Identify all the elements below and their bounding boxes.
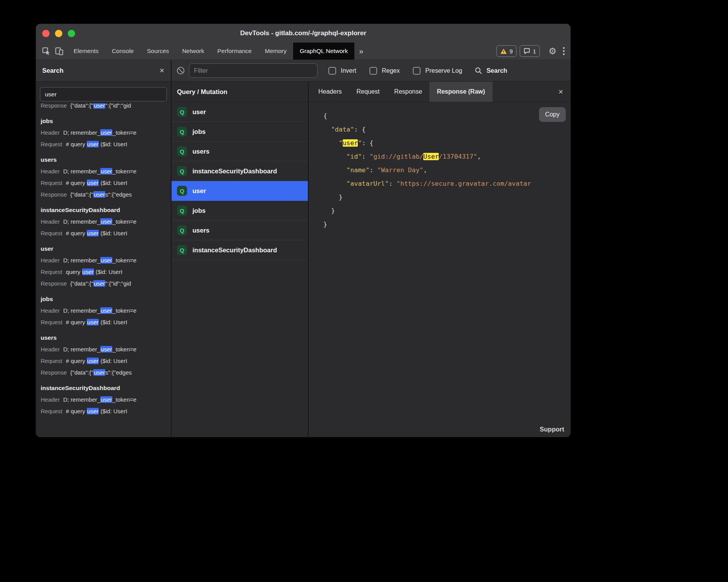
search-result-line[interactable]: Request# query user ($id: UserI <box>36 228 171 239</box>
warning-icon <box>500 48 507 54</box>
query-list-item-user[interactable]: Quser <box>172 102 308 122</box>
search-input[interactable] <box>40 87 167 101</box>
detail-tab-headers[interactable]: Headers <box>311 82 349 102</box>
search-result-line[interactable]: Response{"data":{"users":{"edges <box>36 367 171 378</box>
warnings-badge[interactable]: 9 <box>496 45 517 57</box>
search-result-line[interactable]: HeaderD; remember_user_token=e <box>36 255 171 266</box>
result-group-name[interactable]: instanceSecurityDashboard <box>36 204 171 216</box>
search-result-line[interactable]: HeaderD; remember_user_token=e <box>36 166 171 177</box>
toolbar-checkboxes: InvertRegexPreserve Log <box>328 67 462 75</box>
more-tabs-icon[interactable]: » <box>354 47 368 56</box>
result-text: ($id: UserI <box>99 319 127 325</box>
query-item-label: jobs <box>192 207 206 214</box>
json-line: } <box>323 204 570 217</box>
query-list-item-users[interactable]: Qusers <box>172 221 308 240</box>
result-text: _token=e <box>112 396 136 403</box>
checkbox-preserve-log[interactable]: Preserve Log <box>413 67 462 75</box>
search-result-group: instanceSecurityDashboardHeaderD; rememb… <box>36 382 171 417</box>
query-list-item-jobs[interactable]: Qjobs <box>172 201 308 221</box>
search-result-line[interactable]: HeaderD; remember_user_token=e <box>36 216 171 228</box>
result-group-name[interactable]: user <box>36 243 171 255</box>
search-result-line[interactable]: Request# query user ($id: UserI <box>36 355 171 367</box>
json-token: : { <box>362 139 373 147</box>
query-list-item-jobs[interactable]: Qjobs <box>172 122 308 142</box>
query-list-item-instancesecuritydashboard[interactable]: QinstanceSecurityDashboard <box>172 161 308 181</box>
devtools-tab-network[interactable]: Network <box>175 43 211 60</box>
minimize-window-button[interactable] <box>55 30 62 37</box>
search-result-line[interactable]: Request# query user ($id: UserI <box>36 177 171 189</box>
filter-input[interactable] <box>189 63 318 78</box>
json-token: } <box>339 193 343 201</box>
result-line-label: Header <box>41 129 60 136</box>
kebab-menu-icon[interactable] <box>563 47 565 55</box>
settings-gear-icon[interactable]: ⚙ <box>548 46 556 56</box>
detail-tab-response-raw[interactable]: Response (Raw) <box>429 82 492 102</box>
devtools-tab-elements[interactable]: Elements <box>67 43 105 60</box>
search-result-line[interactable]: Request# query user ($id: UserI <box>36 406 171 417</box>
result-text: # query <box>66 408 87 414</box>
query-list-item-instancesecuritydashboard[interactable]: QinstanceSecurityDashboard <box>172 240 308 260</box>
search-result-line[interactable]: Response{"data":{"users":{"edges <box>36 189 171 200</box>
result-text: ($id: UserI <box>99 230 127 236</box>
devtools-tab-performance[interactable]: Performance <box>211 43 258 60</box>
query-list-item-users[interactable]: Qusers <box>172 142 308 161</box>
devtools-tab-graphql-network[interactable]: GraphQL Network <box>293 43 354 60</box>
close-window-button[interactable] <box>42 30 50 37</box>
checkbox-box-preserve-log[interactable] <box>413 67 421 75</box>
result-group-name[interactable]: jobs <box>36 115 171 127</box>
detail-tab-request[interactable]: Request <box>349 82 387 102</box>
search-result-line[interactable]: Requestquery user ($id: UserI <box>36 266 171 278</box>
json-token: } <box>323 221 327 228</box>
result-text: ($id: UserI <box>99 180 127 186</box>
result-line-label: Response <box>41 280 67 287</box>
close-detail-icon[interactable]: ✕ <box>558 88 563 96</box>
result-group-name[interactable]: users <box>36 332 171 344</box>
query-icon: Q <box>177 186 187 196</box>
json-token: "id" <box>347 153 362 160</box>
search-result-line[interactable]: Response{"data":{"user":{"id":"gid <box>36 278 171 289</box>
checkbox-regex[interactable]: Regex <box>369 67 400 75</box>
clear-icon[interactable] <box>176 66 185 75</box>
devtools-tab-console[interactable]: Console <box>105 43 141 60</box>
copy-button[interactable]: Copy <box>539 107 566 122</box>
search-result-line[interactable]: Request# query user ($id: UserI <box>36 139 171 150</box>
devtools-tab-memory[interactable]: Memory <box>258 43 293 60</box>
support-link[interactable]: Support <box>540 426 564 433</box>
detail-tab-response[interactable]: Response <box>387 82 429 102</box>
search-result-line[interactable]: HeaderD; remember_user_token=e <box>36 394 171 406</box>
devtools-main: Search ✕ Response{"data":{"user":{"id":"… <box>36 60 570 437</box>
json-token: { <box>323 112 327 120</box>
query-icon: Q <box>177 245 187 255</box>
search-result-line[interactable]: Request# query user ($id: UserI <box>36 317 171 328</box>
detail-panel: HeadersRequestResponseResponse (Raw) ✕ C… <box>309 82 570 437</box>
checkbox-box-invert[interactable] <box>328 67 336 75</box>
checkbox-invert[interactable]: Invert <box>328 67 356 75</box>
inspect-element-icon[interactable] <box>41 46 51 56</box>
issues-badge[interactable]: 1 <box>520 45 540 57</box>
query-list-item-user[interactable]: Quser <box>172 181 308 201</box>
checkbox-box-regex[interactable] <box>369 67 377 75</box>
json-line: } <box>323 217 570 231</box>
result-group-name[interactable]: jobs <box>36 293 171 305</box>
query-item-label: instanceSecurityDashboard <box>192 246 277 254</box>
zoom-window-button[interactable] <box>68 30 75 37</box>
toolbar-search[interactable]: Search <box>474 67 507 75</box>
window-titlebar: DevTools - gitlab.com/-/graphql-explorer <box>36 24 570 43</box>
query-item-label: users <box>192 148 209 155</box>
search-result-group: usersHeaderD; remember_user_token=eReque… <box>36 332 171 378</box>
search-match: user <box>82 269 94 275</box>
result-group-name[interactable]: instanceSecurityDashboard <box>36 382 171 394</box>
devtools-tab-sources[interactable]: Sources <box>141 43 176 60</box>
search-result-line[interactable]: HeaderD; remember_user_token=e <box>36 344 171 355</box>
search-result-line[interactable]: Response{"data":{"user":{"id":"gid <box>36 103 171 111</box>
search-icon <box>474 67 482 75</box>
search-result-line[interactable]: HeaderD; remember_user_token=e <box>36 127 171 139</box>
search-result-line[interactable]: HeaderD; remember_user_token=e <box>36 305 171 317</box>
result-group-name[interactable]: users <box>36 154 171 166</box>
device-toolbar-icon[interactable] <box>55 46 64 56</box>
devtools-window: DevTools - gitlab.com/-/graphql-explorer… <box>36 24 570 437</box>
result-text: D; remember_ <box>63 218 100 225</box>
result-line-label: Header <box>41 346 60 353</box>
search-input-wrap <box>36 82 171 101</box>
close-search-icon[interactable]: ✕ <box>160 67 165 74</box>
